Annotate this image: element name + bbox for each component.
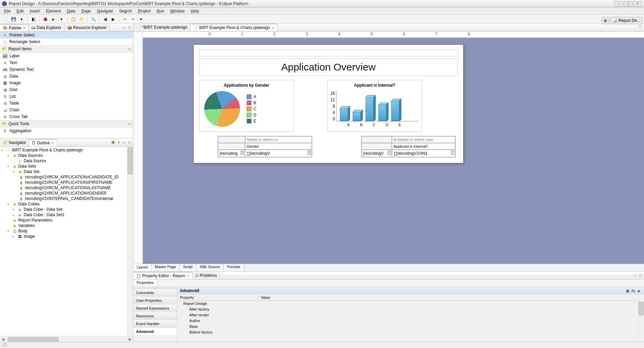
nav-dropdown[interactable]: ▾	[138, 16, 144, 23]
debug-button[interactable]: 🐞	[42, 16, 49, 23]
category-event-handler[interactable]: Event Handler	[133, 320, 177, 328]
menu-search[interactable]: Search	[116, 8, 135, 14]
category-named-expressions[interactable]: Named Expressions	[133, 304, 177, 312]
close-icon[interactable]: ✕	[187, 274, 189, 278]
menu-insert[interactable]: Insert	[27, 8, 43, 14]
category-advanced[interactable]: Advanced	[133, 328, 177, 336]
property-row[interactable]: Report Design	[177, 301, 644, 307]
menu-element[interactable]: Element	[43, 8, 63, 14]
grid-item[interactable]: ▦Grid	[0, 86, 133, 93]
category-comments[interactable]: Comments	[133, 289, 177, 297]
col-value[interactable]: Value	[258, 294, 644, 300]
scrollbar-vertical[interactable]	[638, 294, 644, 342]
property-row[interactable]: Before factory	[177, 329, 644, 335]
close-button[interactable]: ✕	[633, 1, 642, 6]
col-property[interactable]: Property	[177, 294, 258, 300]
menu-data[interactable]: Data	[64, 8, 78, 14]
tree-node[interactable]: ▸◈Data Cube - Data Set1	[0, 212, 133, 218]
layout-tab[interactable]: Layout	[133, 264, 152, 271]
new-folder-button[interactable]: 📁	[78, 16, 85, 23]
view-menu-icon[interactable]: ▾	[116, 140, 121, 145]
close-icon[interactable]: ✕	[51, 141, 54, 145]
save-button[interactable]: 💾	[10, 16, 17, 23]
pie-chart-panel[interactable]: Applications by Gender ABCDE	[199, 80, 294, 132]
tree-node[interactable]: ▾▢Body	[0, 228, 133, 234]
minimize-button[interactable]: —	[614, 1, 623, 6]
editor-tab-active[interactable]: 📄 BIRT Example Pivot & Charts.rptdesign …	[190, 24, 277, 31]
collapse-icon[interactable]: ∞	[128, 47, 131, 51]
toolbar-dropdown[interactable]: ▾	[18, 16, 25, 23]
menu-project[interactable]: Project	[135, 8, 153, 14]
field-handle-icon[interactable]: ⋮	[387, 151, 391, 155]
search-button[interactable]: 🔍	[90, 16, 97, 23]
maximize-view-icon[interactable]: ▢	[127, 140, 132, 145]
run-dropdown[interactable]: ▾	[58, 16, 65, 23]
aggregation-item[interactable]: ΣAggregation	[0, 127, 133, 134]
property-row[interactable]: Author	[177, 318, 644, 324]
prev-annotation-button[interactable]: ◀	[102, 16, 108, 23]
tree-node[interactable]: ▮recruitingV2#RCM_APPLICATION#CANDIDATE_…	[0, 174, 133, 180]
menu-file[interactable]: File	[1, 8, 13, 14]
scrollbar-vertical[interactable]	[127, 147, 133, 336]
next-annotation-button[interactable]: ▶	[110, 16, 116, 23]
preview-tab[interactable]: Preview	[224, 264, 244, 271]
new-report-button[interactable]: 📋	[70, 16, 77, 23]
field-handle-icon[interactable]: ⋮	[307, 151, 311, 155]
tree-node[interactable]: ◉Report Parameters	[0, 218, 133, 223]
scrollbar-thumb[interactable]	[639, 302, 644, 315]
close-icon[interactable]: ✕	[272, 26, 274, 30]
category-resources[interactable]: Resources	[133, 312, 177, 320]
crosstab-item[interactable]: ⊞Cross Tab	[0, 113, 133, 120]
properties-subtab[interactable]: Properties	[133, 280, 157, 287]
tree-node[interactable]: ▸🖼Image	[0, 234, 133, 239]
design-canvas[interactable]: Application Overview Applications by Gen…	[143, 38, 644, 264]
script-tab[interactable]: Script	[180, 264, 196, 271]
tree-node[interactable]: ▾◉Data Sets	[0, 164, 133, 169]
category-user-properties[interactable]: User Properties	[133, 297, 177, 304]
forward-button[interactable]: ➡	[130, 16, 136, 23]
tree-node[interactable]: ▮recruitingV2#INTERNAL_CANDIDATE#IsInter…	[0, 196, 133, 201]
label-item[interactable]: abLabel	[0, 53, 133, 59]
scroll-right-icon[interactable]: ▶	[127, 337, 133, 342]
data-item[interactable]: ▦Data	[0, 73, 133, 80]
tree-node[interactable]: ▯Data Source	[0, 158, 133, 164]
scrollbar-horizontal[interactable]: ◀ ▶	[0, 336, 133, 342]
field-handle-icon[interactable]: ⋮	[241, 151, 244, 155]
tab-resource-explorer[interactable]: 📦 Resource Explorer	[64, 24, 110, 31]
maximize-view-icon[interactable]: ▢	[127, 25, 132, 30]
tree-node[interactable]: ▮recruitingV2#RCM_APPLICATION#LASTNAME	[0, 185, 133, 191]
tree-root[interactable]: ▾📄BIRT Example Pivot & Charts.rptdesign	[0, 147, 133, 153]
tab-data-explorer[interactable]: 🗂 Data Explorer	[29, 24, 64, 31]
scrollbar-thumb[interactable]	[8, 337, 58, 342]
property-row[interactable]: Base	[177, 324, 644, 329]
text-item[interactable]: AText	[0, 59, 133, 66]
maximize-view-icon[interactable]: ▢	[638, 273, 643, 278]
menu-help[interactable]: Help	[188, 8, 202, 14]
property-row[interactable]: After factory	[177, 307, 644, 312]
report-page[interactable]: Application Overview Applications by Gen…	[193, 45, 463, 163]
pointer-select-tool[interactable]: ↖ Pointer Select	[0, 32, 133, 38]
collapse-icon[interactable]: ∞	[128, 121, 131, 126]
alphabetic-sort-icon[interactable]: Aᴢ	[631, 288, 636, 293]
report-items-section[interactable]: 📂 Report Items ∞	[0, 45, 133, 53]
xml-source-tab[interactable]: XML Source	[196, 264, 224, 271]
close-icon[interactable]: ✕	[23, 26, 26, 30]
run-button[interactable]: ▶	[50, 16, 57, 23]
tree-node[interactable]: ▾◉Data Sources	[0, 153, 133, 158]
field-handle-icon[interactable]: ⋮	[451, 151, 454, 155]
tab-navigator[interactable]: 🧭 Navigator	[0, 139, 29, 146]
tab-palette[interactable]: 🎨 Palette ✕	[0, 24, 29, 31]
menu-navigate[interactable]: Navigate	[95, 8, 116, 14]
tree-node[interactable]: ◉Variables	[0, 223, 133, 228]
menu-page[interactable]: Page	[79, 8, 94, 14]
rectangle-select-tool[interactable]: ⬚ Rectangle Select	[0, 38, 133, 45]
back-button[interactable]: ⬅	[122, 16, 128, 23]
tree-view-icon[interactable]: 🌳	[111, 140, 115, 145]
crosstab-internal[interactable]: ta field(s) to define colur Applicant is…	[361, 136, 456, 157]
maximize-editor-icon[interactable]: ▢	[638, 24, 643, 28]
open-perspective-button[interactable]: ⊞	[601, 17, 609, 24]
dynamic-text-item[interactable]: ab|Dynamic Text	[0, 66, 133, 73]
bar-chart-panel[interactable]: Applicant is Internal? 1612840 ABCDE	[327, 80, 422, 132]
menu-run[interactable]: Run	[154, 8, 167, 14]
minimize-view-icon[interactable]: ▭	[122, 25, 126, 30]
